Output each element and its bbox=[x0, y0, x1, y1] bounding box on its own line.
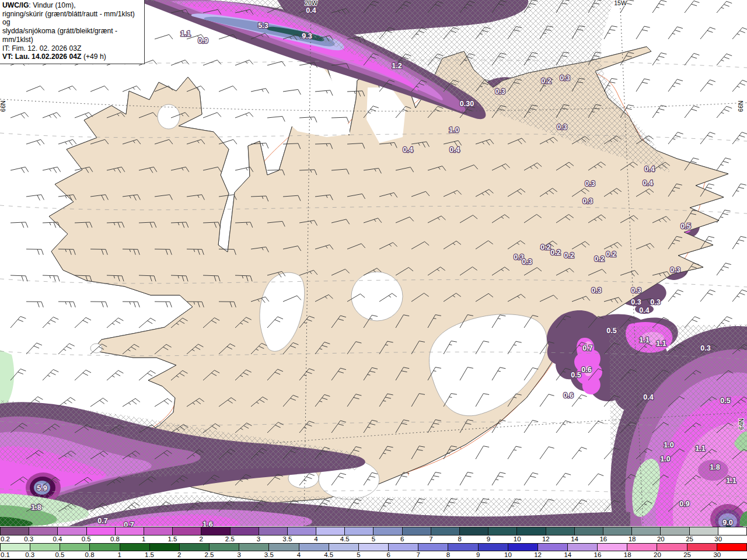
meridian-20w-label: 20W bbox=[305, 0, 317, 6]
precip-value-label: 0.3 bbox=[522, 258, 532, 266]
precip-value-label: 1.8 bbox=[31, 503, 41, 512]
legend-segment bbox=[344, 527, 373, 536]
legend-tick-label: 9 bbox=[487, 536, 490, 542]
precip-value-label: 0.7 bbox=[97, 517, 107, 525]
legend-tick-label: 0.8 bbox=[110, 536, 120, 542]
precip-value-label: 0.5 bbox=[680, 222, 690, 230]
legend-tick-label: 1 bbox=[142, 536, 145, 542]
legend-segment bbox=[329, 543, 358, 551]
meridian-15w-label: 15W bbox=[614, 0, 627, 6]
legend-segment bbox=[149, 543, 179, 551]
legend-tick-label: 18 bbox=[624, 551, 631, 558]
parallel-64n-right-label: 64N bbox=[738, 418, 745, 429]
precip-value-label: 0.3 bbox=[631, 298, 641, 306]
precip-value-label: 0.4 bbox=[643, 393, 653, 401]
precip-value-label: 1.2 bbox=[392, 62, 402, 70]
legend-tick-label: 0.3 bbox=[25, 551, 34, 558]
info-line-model: UWC/IG: Vindur (10m), bbox=[2, 1, 142, 10]
precip-value-label: 0.3 bbox=[560, 74, 570, 82]
legend-segment bbox=[89, 543, 119, 551]
legend-segment bbox=[209, 543, 239, 551]
precip-value-label: 1.0 bbox=[660, 455, 670, 463]
precip-value-label: 0.3 bbox=[591, 286, 601, 295]
legend-segment bbox=[537, 543, 567, 551]
legend-tick-label: 7 bbox=[417, 551, 420, 558]
legend-segment bbox=[29, 527, 57, 536]
precip-value-label: 1.8 bbox=[710, 463, 720, 471]
legend-segment bbox=[57, 527, 86, 536]
legend-tick-label: 4 bbox=[297, 551, 301, 558]
legend-segment bbox=[402, 527, 431, 536]
rain-scale-bar bbox=[0, 543, 747, 551]
legend-tick-label: 20 bbox=[657, 536, 665, 542]
info-line-rain: rigning/skúrir (grænt/blátt/rautt - mm/1… bbox=[2, 10, 142, 27]
legend-segment bbox=[508, 543, 537, 551]
rain-scale-labels: 0.10.30.50.811.522.533.544.5567891012141… bbox=[0, 551, 747, 559]
precip-value-label: 0.5 bbox=[606, 327, 616, 335]
legend-tick-label: 2 bbox=[177, 551, 181, 558]
precip-value-label: 0.7 bbox=[582, 344, 592, 352]
legend-tick-label: 14 bbox=[564, 551, 571, 558]
legend-segment bbox=[627, 543, 657, 551]
legend-segment bbox=[115, 527, 144, 536]
legend-segment bbox=[418, 543, 448, 551]
legend-segment bbox=[516, 527, 545, 536]
legend-tick-label: 12 bbox=[542, 536, 550, 542]
precip-value-label: 1.0 bbox=[664, 441, 673, 449]
precip-value-label: 1.6 bbox=[203, 520, 212, 527]
legend-segment bbox=[299, 543, 329, 551]
legend-segment bbox=[358, 543, 388, 551]
legend-segment bbox=[60, 543, 89, 551]
legend-segment bbox=[259, 527, 287, 536]
precip-value-label: 0.6 bbox=[563, 391, 573, 400]
legend-tick-label: 1.5 bbox=[145, 551, 154, 558]
legend-tick-label: 4.5 bbox=[340, 536, 350, 542]
iceland-forecast-map: 0.45.39.31.10.91.20.20.30.30.301.00.40.4… bbox=[0, 0, 747, 527]
precip-value-label: 1.1 bbox=[639, 336, 649, 344]
legend-segment bbox=[0, 543, 30, 551]
precip-value-label: 0.4 bbox=[644, 165, 654, 173]
precip-value-label: 1.1 bbox=[726, 477, 736, 485]
info-line-init-time: IT: Fim. 12. 02. 2026 03Z bbox=[2, 44, 142, 53]
precip-value-label: 0.2 bbox=[594, 255, 604, 263]
legend-segment bbox=[172, 527, 201, 536]
legend-segment bbox=[144, 527, 172, 536]
legend-segment bbox=[574, 527, 603, 536]
precip-value-label: 0.7 bbox=[124, 521, 134, 527]
legend-tick-label: 2 bbox=[199, 536, 203, 542]
legend-tick-label: 18 bbox=[629, 536, 636, 542]
legend-tick-label: 3 bbox=[257, 536, 260, 542]
sleet-snow-scale-bar bbox=[0, 527, 747, 536]
precip-value-label: 0.3 bbox=[557, 123, 567, 131]
precip-value-label: 0.5 bbox=[720, 397, 730, 405]
legend-tick-label: 0.5 bbox=[55, 551, 64, 558]
legend-tick-label: 6 bbox=[400, 536, 404, 542]
legend-segment bbox=[546, 527, 574, 536]
glacier-drangajokull bbox=[158, 104, 180, 129]
map-canvas: 0.45.39.31.10.91.20.20.30.30.301.00.40.4… bbox=[0, 0, 747, 527]
legend-segment bbox=[120, 543, 149, 551]
precip-value-label: 0.2 bbox=[541, 77, 551, 85]
legend-tick-label: 0.3 bbox=[24, 536, 33, 542]
legend-tick-label: 0.1 bbox=[1, 551, 10, 558]
legend-segment bbox=[717, 543, 747, 551]
precip-value-label: 0.2 bbox=[564, 251, 574, 260]
legend-tick-label: 4.5 bbox=[324, 551, 333, 558]
legend-tick-label: 30 bbox=[714, 536, 722, 542]
precip-value-label: 0.9 bbox=[679, 500, 689, 508]
legend-segment bbox=[316, 527, 344, 536]
precip-value-label: 1.1 bbox=[180, 30, 190, 38]
legend-segment bbox=[603, 527, 631, 536]
legend-segment bbox=[631, 527, 660, 536]
parallel-66n-right-label: 66N bbox=[737, 100, 744, 111]
precip-value-label: 0.6 bbox=[581, 366, 591, 374]
precip-value-label: 0.3 bbox=[495, 88, 505, 96]
precip-value-label: 0.2 bbox=[606, 250, 616, 258]
precip-value-label: 1.1 bbox=[656, 340, 666, 348]
legend-tick-label: 0.5 bbox=[82, 536, 91, 542]
precip-value-label: 0.3 bbox=[631, 286, 641, 295]
legend-segment bbox=[660, 527, 689, 536]
legend-tick-label: 14 bbox=[571, 536, 578, 542]
precip-value-label: 0.2 bbox=[540, 243, 550, 251]
precip-value-label: 0.3 bbox=[700, 344, 710, 352]
